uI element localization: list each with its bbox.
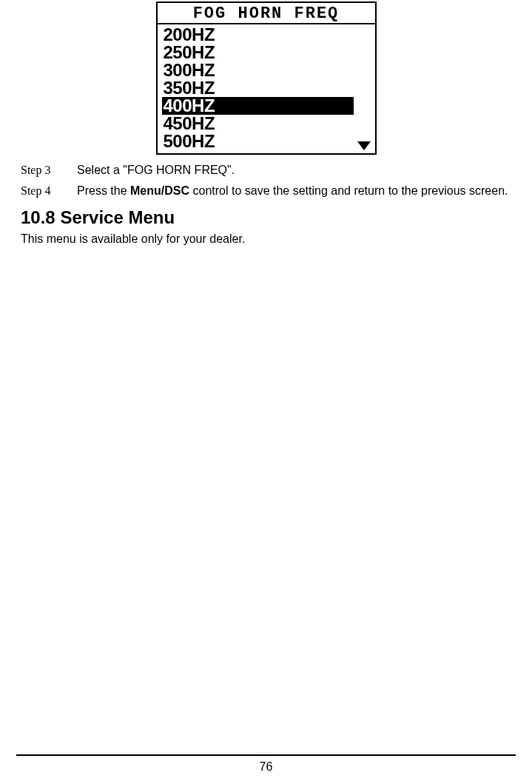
- lcd-display: FOG HORN FREQ 200HZ 250HZ 300HZ 350HZ 40…: [156, 1, 377, 155]
- page-number: 76: [0, 760, 532, 774]
- text-bold: Menu/DSC: [130, 184, 189, 197]
- text: FOG HORN FREQ: [127, 164, 227, 176]
- lcd-item: 500HZ: [162, 133, 371, 150]
- lcd-item-selected: 400HZ: [162, 97, 354, 115]
- step-label: Step 4: [21, 183, 59, 199]
- lcd-item: 250HZ: [162, 44, 371, 61]
- text: Select a ": [77, 164, 127, 176]
- step-row: Step 3 Select a "FOG HORN FREQ".: [21, 162, 511, 178]
- text: Press the: [77, 184, 130, 197]
- lcd-item: 450HZ: [162, 115, 371, 133]
- step-label: Step 3: [21, 162, 59, 178]
- chevron-down-icon: [357, 141, 371, 150]
- lcd-body: 200HZ 250HZ 300HZ 350HZ 400HZ 450HZ 500H…: [158, 24, 375, 153]
- lcd-title: FOG HORN FREQ: [158, 3, 375, 24]
- text: ".: [227, 164, 235, 176]
- step-text: Press the Menu/DSC control to save the s…: [77, 183, 511, 199]
- section-body: This menu is available only for your dea…: [21, 232, 511, 246]
- page-footer: 76: [0, 754, 532, 774]
- steps-block: Step 3 Select a "FOG HORN FREQ". Step 4 …: [21, 162, 511, 198]
- footer-divider: [16, 754, 516, 756]
- step-row: Step 4 Press the Menu/DSC control to sav…: [21, 183, 511, 199]
- text: control to save the setting and return t…: [189, 184, 508, 197]
- lcd-item: 300HZ: [162, 61, 371, 79]
- lcd-item: 350HZ: [162, 79, 371, 97]
- lcd-item: 200HZ: [162, 26, 371, 44]
- step-text: Select a "FOG HORN FREQ".: [77, 162, 511, 178]
- section-heading: 10.8 Service Menu: [21, 207, 511, 228]
- lcd-screenshot: FOG HORN FREQ 200HZ 250HZ 300HZ 350HZ 40…: [21, 1, 511, 155]
- page: FOG HORN FREQ 200HZ 250HZ 300HZ 350HZ 40…: [0, 1, 532, 784]
